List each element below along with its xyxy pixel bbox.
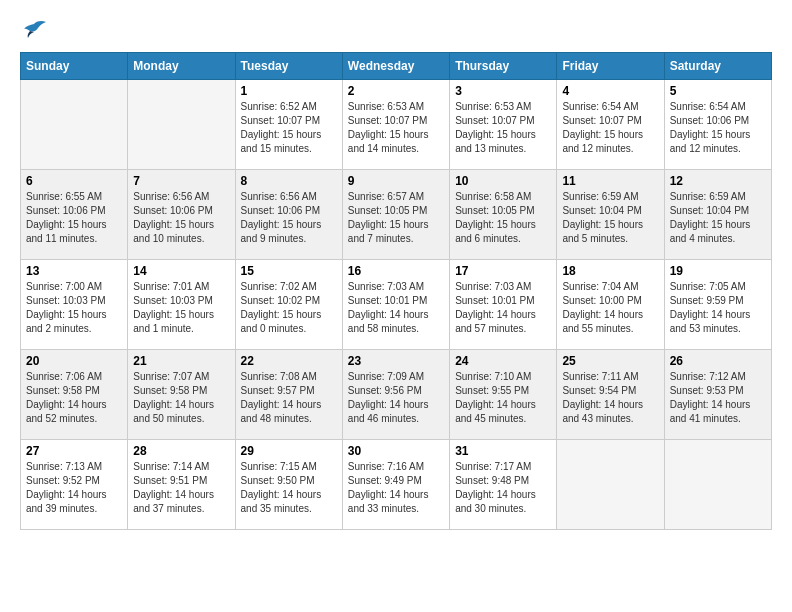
- calendar-cell: 25Sunrise: 7:11 AM Sunset: 9:54 PM Dayli…: [557, 350, 664, 440]
- day-info: Sunrise: 6:55 AM Sunset: 10:06 PM Daylig…: [26, 190, 122, 246]
- calendar-cell: 28Sunrise: 7:14 AM Sunset: 9:51 PM Dayli…: [128, 440, 235, 530]
- day-number: 27: [26, 444, 122, 458]
- day-info: Sunrise: 7:00 AM Sunset: 10:03 PM Daylig…: [26, 280, 122, 336]
- day-info: Sunrise: 7:01 AM Sunset: 10:03 PM Daylig…: [133, 280, 229, 336]
- day-number: 7: [133, 174, 229, 188]
- day-info: Sunrise: 7:11 AM Sunset: 9:54 PM Dayligh…: [562, 370, 658, 426]
- day-number: 14: [133, 264, 229, 278]
- calendar-week-row: 1Sunrise: 6:52 AM Sunset: 10:07 PM Dayli…: [21, 80, 772, 170]
- day-number: 30: [348, 444, 444, 458]
- calendar-cell: 4Sunrise: 6:54 AM Sunset: 10:07 PM Dayli…: [557, 80, 664, 170]
- calendar-week-row: 20Sunrise: 7:06 AM Sunset: 9:58 PM Dayli…: [21, 350, 772, 440]
- day-info: Sunrise: 6:59 AM Sunset: 10:04 PM Daylig…: [670, 190, 766, 246]
- day-number: 23: [348, 354, 444, 368]
- day-info: Sunrise: 7:17 AM Sunset: 9:48 PM Dayligh…: [455, 460, 551, 516]
- day-info: Sunrise: 7:10 AM Sunset: 9:55 PM Dayligh…: [455, 370, 551, 426]
- calendar-cell: 31Sunrise: 7:17 AM Sunset: 9:48 PM Dayli…: [450, 440, 557, 530]
- calendar-cell: [557, 440, 664, 530]
- calendar-cell: 17Sunrise: 7:03 AM Sunset: 10:01 PM Dayl…: [450, 260, 557, 350]
- calendar-cell: [21, 80, 128, 170]
- day-info: Sunrise: 7:16 AM Sunset: 9:49 PM Dayligh…: [348, 460, 444, 516]
- day-number: 5: [670, 84, 766, 98]
- day-number: 24: [455, 354, 551, 368]
- day-number: 28: [133, 444, 229, 458]
- day-info: Sunrise: 7:13 AM Sunset: 9:52 PM Dayligh…: [26, 460, 122, 516]
- calendar-cell: 8Sunrise: 6:56 AM Sunset: 10:06 PM Dayli…: [235, 170, 342, 260]
- calendar-cell: 27Sunrise: 7:13 AM Sunset: 9:52 PM Dayli…: [21, 440, 128, 530]
- day-number: 22: [241, 354, 337, 368]
- day-info: Sunrise: 6:52 AM Sunset: 10:07 PM Daylig…: [241, 100, 337, 156]
- day-info: Sunrise: 6:56 AM Sunset: 10:06 PM Daylig…: [241, 190, 337, 246]
- calendar-cell: 29Sunrise: 7:15 AM Sunset: 9:50 PM Dayli…: [235, 440, 342, 530]
- day-number: 8: [241, 174, 337, 188]
- calendar-cell: 20Sunrise: 7:06 AM Sunset: 9:58 PM Dayli…: [21, 350, 128, 440]
- day-number: 10: [455, 174, 551, 188]
- day-number: 18: [562, 264, 658, 278]
- day-number: 3: [455, 84, 551, 98]
- calendar-cell: 19Sunrise: 7:05 AM Sunset: 9:59 PM Dayli…: [664, 260, 771, 350]
- day-number: 31: [455, 444, 551, 458]
- calendar-cell: 15Sunrise: 7:02 AM Sunset: 10:02 PM Dayl…: [235, 260, 342, 350]
- calendar-cell: 12Sunrise: 6:59 AM Sunset: 10:04 PM Dayl…: [664, 170, 771, 260]
- calendar-week-row: 13Sunrise: 7:00 AM Sunset: 10:03 PM Dayl…: [21, 260, 772, 350]
- day-info: Sunrise: 7:14 AM Sunset: 9:51 PM Dayligh…: [133, 460, 229, 516]
- day-number: 20: [26, 354, 122, 368]
- calendar-cell: 5Sunrise: 6:54 AM Sunset: 10:06 PM Dayli…: [664, 80, 771, 170]
- weekday-header-monday: Monday: [128, 53, 235, 80]
- day-info: Sunrise: 6:58 AM Sunset: 10:05 PM Daylig…: [455, 190, 551, 246]
- day-number: 13: [26, 264, 122, 278]
- weekday-header-thursday: Thursday: [450, 53, 557, 80]
- calendar-cell: 30Sunrise: 7:16 AM Sunset: 9:49 PM Dayli…: [342, 440, 449, 530]
- day-number: 4: [562, 84, 658, 98]
- day-number: 1: [241, 84, 337, 98]
- day-number: 12: [670, 174, 766, 188]
- weekday-header-wednesday: Wednesday: [342, 53, 449, 80]
- day-info: Sunrise: 7:12 AM Sunset: 9:53 PM Dayligh…: [670, 370, 766, 426]
- day-info: Sunrise: 6:54 AM Sunset: 10:07 PM Daylig…: [562, 100, 658, 156]
- weekday-header-sunday: Sunday: [21, 53, 128, 80]
- day-number: 17: [455, 264, 551, 278]
- calendar-cell: [128, 80, 235, 170]
- calendar-table: SundayMondayTuesdayWednesdayThursdayFrid…: [20, 52, 772, 530]
- day-info: Sunrise: 6:54 AM Sunset: 10:06 PM Daylig…: [670, 100, 766, 156]
- day-number: 19: [670, 264, 766, 278]
- day-number: 15: [241, 264, 337, 278]
- weekday-header-saturday: Saturday: [664, 53, 771, 80]
- calendar-cell: 13Sunrise: 7:00 AM Sunset: 10:03 PM Dayl…: [21, 260, 128, 350]
- day-number: 2: [348, 84, 444, 98]
- day-number: 9: [348, 174, 444, 188]
- logo-icon: [20, 20, 48, 42]
- calendar-cell: 2Sunrise: 6:53 AM Sunset: 10:07 PM Dayli…: [342, 80, 449, 170]
- logo: [20, 20, 52, 42]
- calendar-cell: 24Sunrise: 7:10 AM Sunset: 9:55 PM Dayli…: [450, 350, 557, 440]
- calendar-cell: 23Sunrise: 7:09 AM Sunset: 9:56 PM Dayli…: [342, 350, 449, 440]
- weekday-header-tuesday: Tuesday: [235, 53, 342, 80]
- day-info: Sunrise: 7:02 AM Sunset: 10:02 PM Daylig…: [241, 280, 337, 336]
- weekday-header-friday: Friday: [557, 53, 664, 80]
- day-info: Sunrise: 6:56 AM Sunset: 10:06 PM Daylig…: [133, 190, 229, 246]
- calendar-week-row: 27Sunrise: 7:13 AM Sunset: 9:52 PM Dayli…: [21, 440, 772, 530]
- calendar-cell: [664, 440, 771, 530]
- day-number: 21: [133, 354, 229, 368]
- day-info: Sunrise: 7:03 AM Sunset: 10:01 PM Daylig…: [455, 280, 551, 336]
- day-info: Sunrise: 7:04 AM Sunset: 10:00 PM Daylig…: [562, 280, 658, 336]
- calendar-week-row: 6Sunrise: 6:55 AM Sunset: 10:06 PM Dayli…: [21, 170, 772, 260]
- day-info: Sunrise: 7:05 AM Sunset: 9:59 PM Dayligh…: [670, 280, 766, 336]
- day-info: Sunrise: 7:03 AM Sunset: 10:01 PM Daylig…: [348, 280, 444, 336]
- calendar-cell: 7Sunrise: 6:56 AM Sunset: 10:06 PM Dayli…: [128, 170, 235, 260]
- day-number: 16: [348, 264, 444, 278]
- calendar-cell: 16Sunrise: 7:03 AM Sunset: 10:01 PM Dayl…: [342, 260, 449, 350]
- day-number: 6: [26, 174, 122, 188]
- day-number: 29: [241, 444, 337, 458]
- calendar-cell: 21Sunrise: 7:07 AM Sunset: 9:58 PM Dayli…: [128, 350, 235, 440]
- calendar-cell: 26Sunrise: 7:12 AM Sunset: 9:53 PM Dayli…: [664, 350, 771, 440]
- day-number: 25: [562, 354, 658, 368]
- day-info: Sunrise: 6:53 AM Sunset: 10:07 PM Daylig…: [455, 100, 551, 156]
- calendar-cell: 11Sunrise: 6:59 AM Sunset: 10:04 PM Dayl…: [557, 170, 664, 260]
- day-info: Sunrise: 6:57 AM Sunset: 10:05 PM Daylig…: [348, 190, 444, 246]
- day-info: Sunrise: 7:09 AM Sunset: 9:56 PM Dayligh…: [348, 370, 444, 426]
- day-number: 11: [562, 174, 658, 188]
- page-header: [20, 20, 772, 42]
- day-info: Sunrise: 7:15 AM Sunset: 9:50 PM Dayligh…: [241, 460, 337, 516]
- day-info: Sunrise: 7:07 AM Sunset: 9:58 PM Dayligh…: [133, 370, 229, 426]
